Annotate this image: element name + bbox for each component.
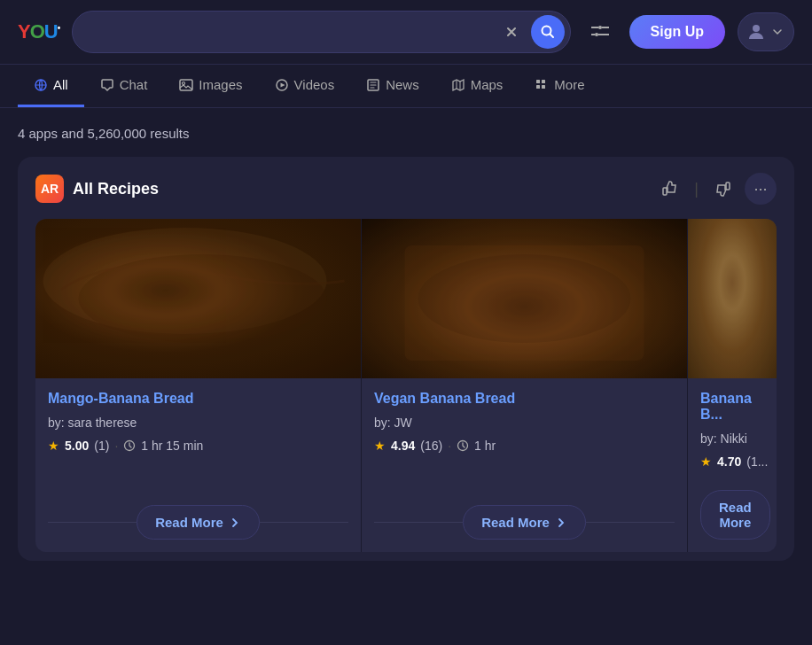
tab-news[interactable]: News	[350, 65, 435, 107]
news-icon	[366, 78, 380, 92]
search-icon	[540, 24, 556, 40]
tab-more-label: More	[554, 77, 584, 92]
source-name: All Recipes	[73, 180, 159, 198]
svg-point-4	[595, 33, 598, 36]
svg-point-1	[598, 26, 602, 29]
settings-sliders-icon	[590, 22, 610, 42]
svg-rect-15	[542, 80, 545, 83]
svg-rect-9	[180, 80, 192, 90]
sign-up-button[interactable]: Sign Up	[629, 15, 725, 49]
chevron-down-icon	[772, 27, 783, 37]
svg-marker-12	[280, 82, 285, 87]
read-more-button-2[interactable]: Read More	[700, 490, 770, 540]
source-actions: | ···	[655, 173, 777, 205]
recipe-author-1: by: JW	[374, 416, 675, 430]
search-input[interactable]: banana bread recipe	[89, 23, 491, 41]
clock-icon-1	[457, 439, 469, 452]
results-count: 4 apps and 5,260,000 results	[18, 126, 794, 141]
source-logo: AR	[35, 175, 64, 203]
source-card-allrecipes: AR All Recipes |	[18, 157, 794, 561]
thumbs-up-icon	[660, 180, 678, 198]
star-icon-2: ★	[700, 455, 712, 469]
svg-point-24	[418, 254, 631, 343]
recipe-card-0: Mango-Banana Bread by: sara therese ★ 5.…	[35, 219, 362, 552]
user-avatar-button[interactable]	[738, 12, 794, 51]
source-info: AR All Recipes	[35, 175, 159, 203]
ellipsis-icon: ···	[753, 180, 767, 198]
card-footer-2: Read More	[688, 490, 777, 552]
source-options-button[interactable]: ···	[745, 173, 777, 205]
dot-1: ·	[448, 439, 451, 453]
recipe-grid: Mango-Banana Bread by: sara therese ★ 5.…	[35, 219, 777, 552]
star-icon-0: ★	[48, 439, 59, 453]
clock-icon-0	[123, 439, 136, 452]
recipe-card-1: Vegan Banana Bread by: JW ★ 4.94 (16) · …	[362, 219, 688, 552]
search-clear-button[interactable]	[499, 21, 524, 43]
recipe-content-2: Banana B... by: Nikki ★ 4.70 (1...	[688, 378, 777, 490]
tab-all-label: All	[53, 77, 68, 92]
svg-rect-16	[536, 85, 540, 89]
recipe-meta-0: ★ 5.00 (1) · 1 hr 15 min	[48, 439, 348, 453]
tab-news-label: News	[386, 77, 419, 92]
recipe-title-2[interactable]: Banana B...	[700, 391, 764, 423]
tab-all[interactable]: All	[18, 65, 84, 107]
source-header: AR All Recipes |	[35, 173, 777, 205]
chevron-right-icon-0	[229, 517, 241, 529]
svg-rect-18	[663, 188, 667, 195]
recipe-meta-1: ★ 4.94 (16) · 1 hr	[374, 439, 675, 453]
thumbs-up-button[interactable]	[655, 176, 683, 201]
tab-videos-label: Videos	[294, 77, 335, 92]
reviews-0: (1)	[94, 439, 109, 453]
globe-icon	[34, 78, 48, 92]
recipe-content-1: Vegan Banana Bread by: JW ★ 4.94 (16) · …	[362, 378, 687, 505]
nav-tabs: All Chat Images Videos News Ma	[0, 65, 812, 108]
tab-images-label: Images	[199, 77, 242, 92]
search-submit-button[interactable]	[531, 15, 565, 49]
star-icon-1: ★	[374, 439, 386, 453]
svg-rect-14	[536, 80, 540, 83]
recipe-author-2: by: Nikki	[700, 431, 764, 446]
map-icon	[451, 78, 465, 92]
read-more-button-1[interactable]: Read More	[463, 505, 586, 540]
rating-2: 4.70	[717, 455, 741, 469]
thumbs-down-icon	[714, 180, 732, 198]
header: YOU• banana bread recipe Sign Up	[0, 0, 812, 65]
recipe-author-0: by: sara therese	[48, 416, 348, 430]
thumbs-down-button[interactable]	[709, 176, 738, 201]
search-bar: banana bread recipe	[72, 11, 570, 53]
results-area: 4 apps and 5,260,000 results AR All Reci…	[0, 108, 812, 561]
reviews-1: (16)	[420, 439, 442, 453]
tab-chat-label: Chat	[120, 77, 148, 92]
tab-videos[interactable]: Videos	[259, 65, 351, 107]
recipe-image-2	[688, 219, 777, 378]
card-footer-0: Read More	[35, 505, 361, 552]
svg-rect-19	[726, 183, 730, 190]
time-0: 1 hr 15 min	[141, 439, 203, 453]
recipe-image-1	[362, 219, 687, 378]
tab-images[interactable]: Images	[163, 65, 258, 107]
image-icon	[179, 78, 193, 92]
recipe-content-0: Mango-Banana Bread by: sara therese ★ 5.…	[35, 378, 361, 505]
rating-1: 4.94	[391, 439, 415, 453]
tab-chat[interactable]: Chat	[84, 65, 164, 107]
svg-point-7	[753, 25, 760, 32]
reviews-2: (1...	[746, 455, 768, 469]
user-icon	[746, 21, 767, 43]
source-divider: |	[694, 180, 699, 198]
tab-maps[interactable]: Maps	[435, 65, 519, 107]
svg-rect-17	[542, 85, 545, 89]
logo: YOU•	[18, 20, 59, 43]
recipe-meta-2: ★ 4.70 (1...	[700, 455, 764, 469]
recipe-title-0[interactable]: Mango-Banana Bread	[48, 391, 348, 407]
tab-more[interactable]: More	[519, 65, 600, 107]
search-settings-button[interactable]	[583, 19, 617, 45]
recipe-card-2: Banana B... by: Nikki ★ 4.70 (1... Read …	[688, 219, 777, 552]
close-icon	[504, 25, 519, 39]
dot-0: ·	[114, 439, 118, 453]
more-grid-icon	[535, 78, 549, 92]
chevron-right-icon-1	[555, 517, 567, 529]
read-more-button-0[interactable]: Read More	[137, 505, 260, 540]
tab-maps-label: Maps	[471, 77, 504, 92]
recipe-title-1[interactable]: Vegan Banana Bread	[374, 391, 675, 407]
chat-icon	[100, 78, 114, 92]
